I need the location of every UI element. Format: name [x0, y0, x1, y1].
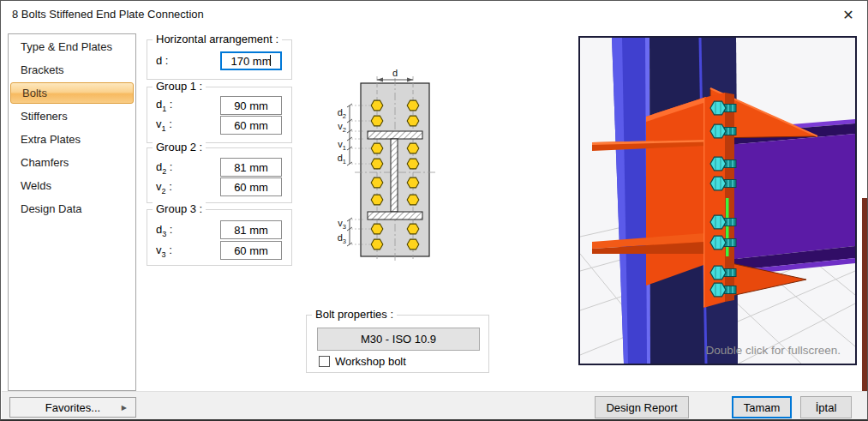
sidebar-item-label: Chamfers [21, 156, 69, 169]
d-input[interactable] [220, 51, 282, 70]
bolt-size-button[interactable]: M30 - ISO 10.9 [317, 328, 480, 351]
sidebar-item-welds[interactable]: Welds [9, 174, 135, 197]
field-label-v1: v1 : [156, 117, 172, 133]
group-3-box: Group 3 : d3 : v3 : [147, 209, 292, 266]
favorites-label: Favorites... [45, 401, 100, 414]
beam-shape [727, 119, 855, 276]
group-title: Group 2 : [153, 141, 206, 153]
sidebar-item-label: Welds [21, 179, 51, 192]
field-label-v2: v2 : [156, 180, 172, 195]
close-icon[interactable]: ✕ [835, 4, 862, 25]
d1-input[interactable] [220, 96, 282, 115]
ok-button[interactable]: Tamam [732, 396, 792, 418]
sidebar-item-label: Stiffeners [21, 110, 68, 123]
field-label-v3: v3 : [156, 244, 172, 259]
sidebar-item-type-end-plates[interactable]: Type & End Plates [9, 35, 135, 58]
bolt-arrangement-diagram: d d2 v2 v1 d1 v3 d3 [329, 68, 449, 265]
svg-text:d: d [392, 68, 398, 78]
dimension-lines-left [347, 104, 352, 246]
svg-text:v2: v2 [338, 121, 346, 134]
bolt-properties-group: Bolt properties : M30 - ISO 10.9 Worksho… [306, 315, 489, 373]
dimension-d: d [377, 68, 413, 81]
3d-connection-render: Double click for fullscreen. [580, 38, 855, 364]
weld-accent [726, 198, 729, 256]
sidebar-item-chamfers[interactable]: Chamfers [9, 151, 135, 174]
workshop-bolt-checkbox[interactable] [319, 356, 330, 367]
favorites-arrow-icon: ▶ [122, 404, 127, 412]
svg-text:v1: v1 [338, 139, 346, 152]
3d-preview-viewport[interactable]: Double click for fullscreen. [578, 36, 857, 365]
fullscreen-hint: Double click for fullscreen. [705, 344, 841, 357]
sidebar-item-label: Extra Plates [21, 133, 81, 146]
sidebar-item-label: Brackets [21, 63, 64, 76]
group-title: Group 3 : [153, 202, 206, 215]
favorites-button[interactable]: Favorites... ▶ [9, 397, 136, 418]
svg-text:d1: d1 [338, 153, 346, 165]
sidebar-item-brackets[interactable]: Brackets [9, 58, 135, 81]
v2-input[interactable] [220, 177, 282, 196]
workshop-bolt-label: Workshop bolt [335, 355, 406, 368]
field-label-d: d : [156, 54, 168, 69]
sidebar-item-stiffeners[interactable]: Stiffeners [9, 105, 135, 128]
group-title: Group 1 : [153, 80, 206, 93]
dimension-labels: d2 v2 v1 d1 v3 d3 [338, 107, 346, 245]
field-label-d2: d2 : [156, 160, 172, 176]
sidebar-item-label: Type & End Plates [21, 40, 112, 53]
group-title: Horizontal arrangement : [153, 33, 282, 45]
field-label-d3: d3 : [156, 223, 172, 238]
haunch-bracket-shape [646, 97, 706, 286]
text-caret [270, 55, 271, 66]
sidebar-item-design-data[interactable]: Design Data [9, 197, 135, 220]
d3-input[interactable] [220, 220, 282, 239]
sidebar-item-bolts[interactable]: Bolts [10, 82, 134, 104]
field-label-d1: d1 : [156, 98, 172, 113]
svg-text:d2: d2 [338, 107, 346, 120]
sidebar-item-extra-plates[interactable]: Extra Plates [9, 128, 135, 151]
svg-text:d3: d3 [338, 232, 346, 245]
category-sidebar: Type & End Plates Brackets Bolts Stiffen… [8, 33, 136, 391]
dialog-title: 8 Bolts Stiffened End Plate Connection [12, 8, 204, 21]
sidebar-item-label: Bolts [22, 87, 47, 99]
v1-input[interactable] [220, 116, 282, 135]
svg-text:v3: v3 [338, 218, 346, 231]
sidebar-item-label: Design Data [21, 202, 82, 215]
background-window-edge [862, 198, 867, 420]
horizontal-arrangement-group: Horizontal arrangement : d : [147, 39, 292, 80]
workshop-bolt-row: Workshop bolt [319, 355, 406, 368]
v3-input[interactable] [220, 241, 282, 260]
design-report-button[interactable]: Design Report [595, 396, 689, 418]
group-1-box: Group 1 : d1 : v1 : [147, 87, 292, 143]
cancel-button[interactable]: İptal [800, 396, 852, 418]
connection-dialog: 8 Bolts Stiffened End Plate Connection ✕… [0, 0, 868, 421]
group-title: Bolt properties : [312, 308, 397, 321]
group-2-box: Group 2 : d2 : v2 : [147, 147, 292, 203]
d2-input[interactable] [220, 158, 282, 177]
